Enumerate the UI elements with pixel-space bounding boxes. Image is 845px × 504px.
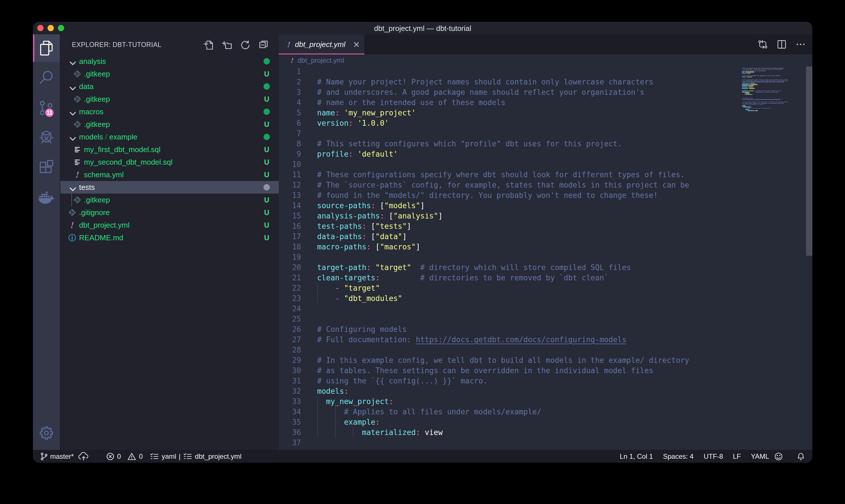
code-text: - "target" [317, 283, 380, 293]
code-token: ] [407, 222, 411, 231]
tree-folder-models-example[interactable]: models / example [60, 130, 279, 143]
indentation-indicator[interactable]: Spaces: 4 [663, 452, 694, 461]
twistie[interactable] [69, 83, 76, 90]
encoding-indicator[interactable]: UTF-8 [703, 452, 723, 461]
minimap-line [754, 99, 780, 100]
cursor-position[interactable]: Ln 1, Col 1 [620, 452, 653, 461]
git-untracked-badge: U [262, 231, 271, 244]
collapse-all-button[interactable] [259, 40, 268, 50]
code-token: # The `source-paths` config, for example… [317, 181, 689, 189]
task-indicator[interactable]: yaml | dbt_project.yml [150, 452, 241, 461]
minimap-line [756, 92, 762, 92]
branch-indicator[interactable]: master* [40, 452, 74, 461]
new-file-icon [204, 40, 213, 50]
minimap-line [775, 75, 780, 76]
minimap-line [743, 79, 746, 80]
code-token: target-path [317, 263, 366, 272]
tree-file-schema-yml[interactable]: !schema.ymlU [60, 168, 279, 181]
chevron-down-icon [69, 85, 76, 92]
minimap-line [768, 103, 769, 104]
git-file-icon [68, 209, 76, 216]
activitybar-item-source-control[interactable]: 11 [33, 94, 60, 122]
editor-group: ! dbt_project.yml × [279, 34, 812, 450]
minimap-line [771, 103, 777, 104]
editor-line-4: 4# name or the intended use of these mod… [279, 97, 812, 108]
smiley-icon [774, 452, 783, 461]
minimap-line [750, 82, 755, 83]
code-text: # Full documentation: https://docs.getdb… [317, 335, 626, 345]
sync-button[interactable] [78, 452, 89, 461]
minimap[interactable] [742, 67, 799, 450]
tree-file--gitkeep[interactable]: .gitkeepU [60, 194, 279, 206]
refresh-button[interactable] [240, 40, 250, 50]
new-folder-button[interactable] [222, 40, 232, 50]
minimap-line [781, 103, 784, 104]
code-editor[interactable]: 12# Name your project! Project names sho… [279, 67, 812, 450]
code-token: ] [438, 212, 443, 220]
twistie[interactable] [69, 58, 76, 65]
tree-item-label: analysis [79, 57, 106, 66]
line-number: 13 [279, 190, 301, 200]
code-token: # Applies to all files under models/exam… [344, 408, 541, 416]
tree-file-my-second-dbt-model-sql[interactable]: my_second_dbt_model.sqlU [60, 156, 279, 168]
activitybar-item-debug[interactable] [33, 124, 60, 151]
tree-folder-macros[interactable]: macros [60, 105, 279, 118]
editor-line-15: 15analysis-paths: ["analysis"] [279, 211, 812, 221]
new-file-button[interactable] [204, 40, 213, 50]
tab-close-icon[interactable]: × [353, 40, 360, 49]
twistie[interactable] [69, 108, 76, 115]
activitybar-item-search[interactable] [33, 64, 60, 91]
eol-indicator[interactable]: LF [733, 452, 741, 461]
minimap-line [745, 109, 749, 110]
minimap-line [787, 80, 788, 81]
file-icon: ! [68, 221, 76, 229]
code-token: view [425, 428, 443, 437]
git-file-icon [73, 95, 82, 103]
tab-dbt-project-yml[interactable]: ! dbt_project.yml × [279, 34, 364, 54]
tree-file-dbt-project-yml[interactable]: !dbt_project.ymlU [60, 219, 279, 231]
code-token [317, 408, 344, 416]
tree-file--gitkeep[interactable]: .gitkeepU [60, 68, 279, 80]
notifications-button[interactable] [796, 452, 806, 461]
twistie[interactable] [69, 184, 76, 191]
tree-file-my-first-dbt-model-sql[interactable]: my_first_dbt_model.sqlU [60, 143, 279, 156]
twistie[interactable] [69, 133, 76, 140]
language-indicator[interactable]: YAML [751, 452, 769, 461]
editor-line-31: 31# using the `{{ config(...) }}` macro. [279, 376, 812, 386]
split-editor-button[interactable] [777, 39, 787, 49]
open-changes-button[interactable] [758, 39, 768, 49]
editor-line-17: 17data-paths: ["data"] [279, 231, 812, 242]
problems-indicator[interactable]: 0 0 [106, 452, 143, 461]
editor-line-20: 20target-path: "target" # directory whic… [279, 262, 812, 273]
sidebar-title: EXPLORER: DBT-TUTORIAL [72, 41, 162, 49]
minimap-line [757, 84, 758, 85]
tree-file--gitignore[interactable]: .gitignoreU [60, 206, 279, 219]
breadcrumb-item-file[interactable]: dbt_project.yml [298, 56, 344, 65]
line-number: 6 [279, 118, 301, 128]
code-text: # In this example config, we tell dbt to… [317, 355, 689, 365]
minimap-line [751, 104, 757, 105]
minimap-line [768, 69, 772, 70]
tree-file--gitkeep[interactable]: .gitkeepU [60, 118, 279, 130]
activitybar-item-settings[interactable] [33, 419, 60, 447]
activitybar-item-docker[interactable] [33, 183, 60, 211]
activitybar-item-explorer[interactable] [33, 34, 60, 62]
code-text: # Configuring models [317, 324, 407, 335]
editor-scrollbar[interactable] [806, 67, 812, 256]
tree-folder-data[interactable]: data [60, 80, 279, 93]
tree-item-label: tests [79, 183, 95, 192]
code-token: : [389, 397, 393, 406]
tree-file-readme-md[interactable]: README.mdU [60, 231, 279, 244]
code-text: my_new_project: [317, 396, 393, 407]
tree-file--gitkeep[interactable]: .gitkeepU [60, 93, 279, 105]
more-actions-button[interactable] [796, 39, 806, 49]
feedback-button[interactable] [774, 452, 783, 461]
minimap-line [775, 92, 778, 92]
minimap-line [768, 75, 770, 76]
tree-folder-tests[interactable]: tests [60, 181, 279, 194]
line-number: 19 [279, 252, 301, 262]
activitybar-item-extensions[interactable] [33, 153, 60, 181]
tree-folder-analysis[interactable]: analysis [60, 55, 279, 68]
info-icon [68, 234, 76, 242]
breadcrumbs[interactable]: ! dbt_project.yml [279, 54, 812, 67]
